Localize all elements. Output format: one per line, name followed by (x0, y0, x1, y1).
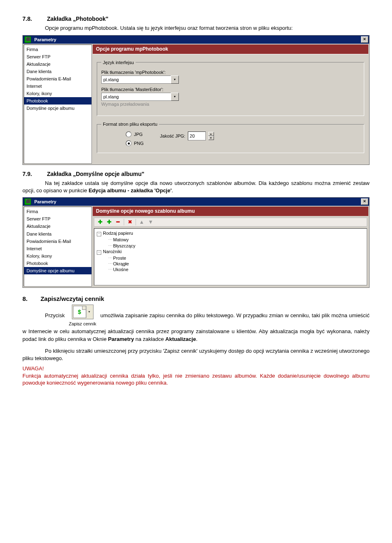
radio-icon (126, 131, 131, 137)
chevron-down-icon[interactable]: ▼ (171, 76, 179, 84)
nav-item-firma[interactable]: Firma (24, 46, 91, 53)
tree-node-rodzaj-papieru[interactable]: -Rodzaj papieru (97, 230, 364, 237)
dialog-titlebar: ⬛ Parametry ✕ (23, 36, 369, 44)
heading-7-9-index: 7.9. (22, 171, 45, 177)
panel-header: Domyślne opcje nowego szablonu albumu (93, 207, 368, 216)
label-jakosc-jpg: Jakość JPG: (160, 134, 185, 138)
heading-7-8-title: Zakładka „Photobook" (47, 16, 109, 22)
collapse-icon[interactable]: - (97, 250, 101, 255)
add-child-icon[interactable]: ✚ (106, 219, 112, 225)
nav-item-photobook[interactable]: Photobook (24, 260, 91, 267)
combo-mastereditor-input[interactable] (101, 93, 171, 101)
nav-item-domyslne-opcje[interactable]: Domyślne opcje albumu (24, 267, 91, 274)
para-7-8: Opcje programu mpPhotobook. Ustala się t… (22, 24, 370, 32)
chevron-up-icon[interactable]: ▲ (208, 132, 214, 136)
nav-item-serwer-ftp[interactable]: Serwer FTP (24, 53, 91, 60)
heading-8-index: 8. (22, 295, 39, 302)
tree-node-matowy[interactable]: ⋯ Matowy (108, 237, 364, 243)
file-dollar-icon: $ (73, 306, 86, 318)
nav-item-powiadomienia[interactable]: Powiadomienia E-Mail (24, 238, 91, 245)
app-icon: ⬛ (24, 36, 31, 43)
dialog-parametry-photobook: ⬛ Parametry ✕ Firma Serwer FTP Aktualiza… (22, 35, 370, 165)
panel-header: Opcje programu mpPhotobook (93, 45, 368, 54)
collapse-icon[interactable]: - (97, 232, 101, 236)
heading-8-title: Zapisz/wczytaj cennik (40, 295, 104, 302)
combo-mastereditor-lang[interactable]: ▼ (101, 93, 179, 101)
dialog-nav-list: Firma Serwer FTP Aktualizacje Dane klien… (24, 45, 92, 164)
heading-8: 8. Zapisz/wczytaj cennik (22, 295, 370, 302)
para-8-warning: UWAGA! Funkcja automatycznej aktualizacj… (22, 365, 370, 387)
radio-icon (126, 140, 131, 146)
nav-item-powiadomienia[interactable]: Powiadomienia E-Mail (24, 75, 91, 82)
combo-mpphotobook-input[interactable] (101, 76, 171, 84)
nav-item-domyslne-opcje[interactable]: Domyślne opcje albumu (24, 105, 91, 112)
zapisz-cennik-label: Zapisz cennik (69, 319, 96, 327)
quality-spinner[interactable]: ▲ ▼ (208, 132, 214, 140)
radio-png[interactable]: PNG (126, 140, 144, 146)
nav-item-serwer-ftp[interactable]: Serwer FTP (24, 215, 91, 223)
tree-node-narozniki[interactable]: -Narożniki (97, 249, 364, 255)
nav-item-photobook[interactable]: Photobook (24, 97, 91, 105)
nav-item-kolory[interactable]: Kolory, ikony (24, 252, 91, 260)
toolbar-separator (124, 219, 124, 225)
nav-item-firma[interactable]: Firma (24, 208, 91, 215)
tree-node-proste[interactable]: ⋯ Proste (108, 255, 364, 261)
heading-7-9: 7.9. Zakładka „Domyślne opcje albumu" (22, 171, 370, 177)
dialog-titlebar: ⬛ Parametry ✕ (23, 198, 369, 206)
close-icon[interactable]: ✕ (361, 198, 368, 205)
chevron-down-icon[interactable]: ▼ (171, 93, 179, 101)
nav-item-aktualizacje[interactable]: Aktualizacje (24, 223, 91, 230)
toolbar-separator (136, 219, 136, 225)
group-export-legend: Format stron pliku eksportu (101, 122, 159, 127)
tree-node-blyszczacy[interactable]: ⋯ Błyszczący (108, 243, 364, 249)
close-icon[interactable]: ✕ (361, 36, 368, 43)
para-8-2: Po kliknięciu strzałki umieszczonej przy… (22, 347, 370, 362)
dialog-parametry-domyslne: ⬛ Parametry ✕ Firma Serwer FTP Aktualiza… (22, 197, 370, 288)
group-format-eksportu: Format stron pliku eksportu JPG PNG (97, 122, 364, 153)
combo-mpphotobook-lang[interactable]: ▼ (101, 76, 179, 84)
tree-node-ukosne[interactable]: ⋯ Ukośne (108, 267, 364, 272)
options-tree[interactable]: -Rodzaj papieru ⋯ Matowy ⋯ Błyszczący -N… (94, 228, 367, 285)
para-8-1: Przycisk $ ▼ Zapisz cennik umożliwia zap… (22, 305, 370, 343)
tree-node-okragle[interactable]: ⋯ Okrągłe (108, 261, 364, 267)
nav-item-aktualizacje[interactable]: Aktualizacje (24, 60, 91, 68)
arrow-up-icon[interactable]: ▲ (138, 219, 145, 225)
heading-7-9-title: Zakładka „Domyślne opcje albumu" (47, 171, 145, 177)
remove-icon[interactable]: ━ (115, 219, 121, 225)
nav-item-dane-klienta[interactable]: Dane klienta (24, 68, 91, 75)
nav-item-kolory[interactable]: Kolory, ikony (24, 90, 91, 97)
label-plik-mpphotobook: Plik tłumaczenia 'mpPhotobook': (101, 70, 360, 75)
add-icon[interactable]: ✚ (97, 219, 103, 225)
para-7-9: Na tej zakładce ustala się domyślne opcj… (22, 180, 370, 194)
chevron-down-icon[interactable]: ▼ (208, 136, 214, 140)
dialog-title-text: Parametry (34, 37, 56, 42)
dialog-title-text: Parametry (34, 199, 56, 204)
nav-item-dane-klienta[interactable]: Dane klienta (24, 230, 91, 238)
dialog-nav-list: Firma Serwer FTP Aktualizacje Dane klien… (24, 207, 92, 287)
label-plik-mastereditor: Plik tłumaczenia 'MasterEditor': (101, 87, 360, 92)
heading-7-8-index: 7.8. (22, 16, 45, 22)
label-reload-note: Wymaga przeładowania (101, 102, 360, 107)
group-jezyk-interfejsu: Język interfejsu Plik tłumaczenia 'mpPho… (97, 60, 364, 116)
zapisz-cennik-button[interactable]: $ ▼ Zapisz cennik (69, 305, 96, 327)
nav-item-internet[interactable]: Internet (24, 82, 91, 90)
tree-toolbar: ✚ ✚ ━ ✖ ▲ ▼ (94, 218, 367, 227)
radio-jpg[interactable]: JPG (126, 131, 144, 137)
heading-7-8: 7.8. Zakładka „Photobook" (22, 16, 370, 22)
app-icon: ⬛ (24, 198, 31, 205)
delete-icon[interactable]: ✖ (127, 219, 133, 225)
chevron-down-icon[interactable]: ▼ (86, 306, 92, 318)
group-lang-legend: Język interfejsu (101, 60, 136, 65)
arrow-down-icon[interactable]: ▼ (147, 219, 154, 225)
input-jakosc-jpg[interactable] (188, 131, 206, 140)
nav-item-internet[interactable]: Internet (24, 245, 91, 252)
